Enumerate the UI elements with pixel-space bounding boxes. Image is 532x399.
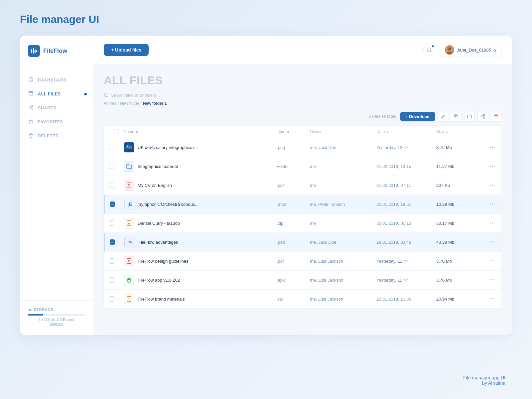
user-menu-button[interactable]: Jane_Doe_81985 ∨ [441, 43, 501, 57]
file-owner: me, Jack Doe [310, 145, 376, 150]
file-date: Yesterday, 12:47 [376, 259, 436, 264]
file-checkbox[interactable]: ✓ [110, 201, 115, 207]
notification-dot [432, 45, 434, 48]
svg-point-18 [483, 117, 485, 118]
footer-credit: File manager app UI by Ahratina [463, 375, 505, 386]
move-button[interactable] [464, 111, 475, 122]
favorites-icon [28, 119, 34, 125]
file-checkbox[interactable] [109, 164, 114, 169]
table-row[interactable]: ✓PsFileFlow advantages.psdme, Jack Doe28… [104, 233, 501, 252]
sidebar-item-label-deleted: DELETED [38, 134, 59, 138]
file-checkbox[interactable] [109, 296, 114, 302]
file-name-cell: FileFlow design guidelines [124, 256, 277, 266]
file-more-button[interactable]: ··· [476, 182, 496, 188]
user-name-label: Jane_Doe_81985 [457, 48, 491, 53]
file-more-button[interactable]: ··· [476, 258, 496, 264]
sidebar-item-shared[interactable]: SHARED [20, 101, 93, 115]
table-row[interactable]: FileFlow design guidelines.pdfme, Liza J… [104, 252, 501, 271]
sidebar-item-deleted[interactable]: DELETED [20, 129, 93, 143]
table-row[interactable]: FileFlow app v1.8.202.apkme, Liza Jackso… [104, 271, 501, 290]
file-more-button[interactable]: ··· [476, 277, 496, 283]
file-size: 40,38 Mb [436, 240, 476, 245]
file-more-button[interactable]: ··· [476, 163, 496, 169]
file-checkbox[interactable]: ✓ [110, 239, 115, 245]
header-name[interactable]: Name ⇅ [124, 129, 277, 134]
svg-point-17 [481, 116, 482, 117]
svg-rect-22 [127, 183, 131, 188]
file-checkbox[interactable] [109, 220, 114, 226]
file-checkbox[interactable] [109, 258, 114, 264]
sidebar-nav: DASHBOARDALL FILESSHAREDFAVORITESDELETED [20, 65, 93, 300]
copy-button[interactable] [451, 111, 462, 122]
header-checkbox[interactable] [109, 129, 124, 134]
main-content: + Upload files Jane_Doe_81985 [93, 36, 512, 335]
header-owner: Owner [310, 129, 376, 134]
share-button[interactable] [477, 111, 488, 122]
file-name: FileFlow brand materials [138, 297, 185, 302]
file-type: .psd [277, 240, 310, 245]
svg-point-16 [483, 114, 485, 116]
app-container: FileFlow DASHBOARDALL FILESSHAREDFAVORIT… [20, 36, 512, 335]
search-placeholder[interactable]: Search files and folders... [111, 93, 160, 98]
header-size[interactable]: Size ⇅ [436, 129, 476, 134]
svg-rect-0 [31, 49, 32, 53]
sidebar-item-favorites[interactable]: FAVORITES [20, 115, 93, 129]
edit-button[interactable] [438, 111, 448, 122]
sidebar-item-label-favorites: FAVORITES [38, 120, 63, 124]
table-header: Name ⇅ Type ⇅ Owner Date ⇅ S [104, 126, 501, 138]
file-type: Folder [277, 164, 310, 169]
notifications-button[interactable] [423, 44, 435, 56]
table-row[interactable]: My CV on English.pdfme01.02.2019, 07:112… [104, 176, 501, 195]
file-more-button[interactable]: ··· [476, 201, 496, 207]
png_thumb-icon [124, 142, 134, 153]
psd-icon: Ps [124, 237, 135, 247]
file-checkbox[interactable] [109, 145, 114, 150]
upload-files-button[interactable]: + Upload files [104, 44, 149, 56]
svg-point-7 [29, 107, 30, 108]
search-input-wrap: Search files and folders... [104, 93, 160, 98]
file-name: FileFlow app v1.8.202 [138, 278, 180, 283]
file-type: .zip [277, 221, 310, 226]
sidebar-item-all-files[interactable]: ALL FILES [20, 87, 93, 101]
header-type[interactable]: Type ⇅ [277, 129, 310, 134]
table-row[interactable]: UK dev's salary infographics i....pngme,… [104, 138, 501, 157]
page-title: File manager UI [0, 0, 532, 36]
breadcrumb-new-folder[interactable]: New folder [120, 101, 139, 106]
breadcrumb-all-files[interactable]: All files [104, 101, 116, 106]
svg-rect-3 [36, 50, 37, 52]
sidebar-item-dashboard[interactable]: DASHBOARD [20, 73, 93, 87]
file-more-button[interactable]: ··· [476, 296, 496, 302]
storage-bar-bg [28, 314, 85, 316]
header-date[interactable]: Date ⇅ [376, 129, 436, 134]
file-date: Yesterday, 12:47 [376, 145, 436, 150]
file-checkbox[interactable] [109, 277, 114, 283]
file-more-button[interactable]: ··· [476, 239, 496, 245]
table-row[interactable]: ✓Symphonic Orchestra conduc....mp3me, Pe… [104, 195, 501, 214]
zip-icon [124, 218, 134, 228]
file-name: Denzel Curry - ta13oo [138, 221, 180, 226]
sidebar-item-label-dashboard: DASHBOARD [38, 78, 67, 82]
table-row[interactable]: Denzel Curry - ta13oo.zipme30.01.2019, 0… [104, 214, 501, 233]
file-name: Infographics material [138, 164, 178, 169]
user-avatar [445, 45, 454, 55]
file-size: 207 Kb [436, 183, 476, 188]
file-checkbox[interactable] [109, 183, 114, 188]
dashboard-icon [28, 77, 34, 83]
file-type: .apk [277, 278, 310, 283]
file-more-button[interactable]: ··· [476, 220, 496, 226]
file-size: 3,76 Mb [436, 259, 476, 264]
file-more-button[interactable]: ··· [476, 144, 496, 150]
file-owner: me [310, 183, 376, 188]
svg-point-8 [32, 108, 33, 109]
file-size: 11,27 Mb [436, 164, 476, 169]
file-type: .rar [277, 297, 310, 302]
table-row[interactable]: Infographics materialFolderme01.02.2019,… [104, 157, 501, 176]
file-owner: me, Liza Jackson [310, 259, 376, 264]
table-row[interactable]: FileFlow brand materials.rarme, Liza Jac… [104, 290, 501, 308]
file-name: FileFlow advantages [138, 240, 178, 245]
delete-button[interactable] [491, 111, 501, 122]
file-date: 01.02.2019, 13:15 [376, 164, 436, 169]
svg-rect-20 [126, 145, 132, 149]
download-button[interactable]: ↓ Download [400, 112, 435, 121]
upgrade-link[interactable]: Upgrade [28, 322, 85, 326]
